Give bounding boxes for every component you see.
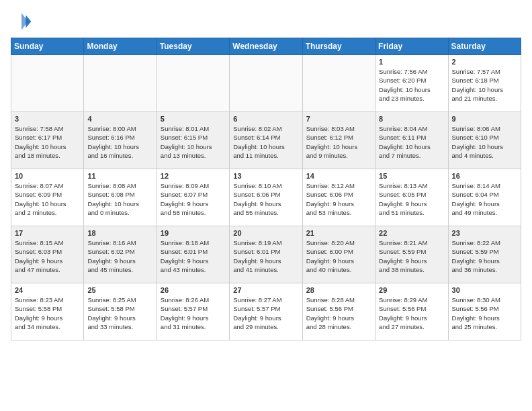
day-info: Sunrise: 8:28 AM Sunset: 5:56 PM Dayligh…: [306, 295, 371, 331]
day-info: Sunrise: 8:29 AM Sunset: 5:56 PM Dayligh…: [379, 295, 444, 331]
day-info: Sunrise: 8:15 AM Sunset: 6:03 PM Dayligh…: [15, 238, 80, 274]
day-info: Sunrise: 8:23 AM Sunset: 5:58 PM Dayligh…: [15, 295, 80, 331]
day-number: 29: [379, 286, 444, 294]
calendar-day-cell: [11, 55, 84, 112]
day-number: 18: [87, 229, 152, 237]
day-info: Sunrise: 8:08 AM Sunset: 6:08 PM Dayligh…: [87, 181, 152, 217]
calendar-day-cell: 9Sunrise: 8:06 AM Sunset: 6:10 PM Daylig…: [448, 112, 521, 169]
logo-icon: [11, 11, 32, 32]
calendar-day-cell: [84, 55, 157, 112]
calendar-day-cell: 10Sunrise: 8:07 AM Sunset: 6:09 PM Dayli…: [11, 169, 84, 226]
calendar-header-row: SundayMondayTuesdayWednesdayThursdayFrid…: [11, 38, 521, 55]
day-info: Sunrise: 7:56 AM Sunset: 6:20 PM Dayligh…: [379, 67, 444, 103]
day-number: 14: [306, 172, 371, 180]
calendar-day-cell: 21Sunrise: 8:20 AM Sunset: 6:00 PM Dayli…: [302, 226, 375, 283]
weekday-header: Saturday: [448, 38, 521, 55]
calendar-day-cell: 16Sunrise: 8:14 AM Sunset: 6:04 PM Dayli…: [448, 169, 521, 226]
day-number: 16: [452, 172, 517, 180]
calendar-day-cell: 11Sunrise: 8:08 AM Sunset: 6:08 PM Dayli…: [84, 169, 157, 226]
day-number: 10: [15, 172, 80, 180]
day-info: Sunrise: 8:03 AM Sunset: 6:12 PM Dayligh…: [306, 124, 371, 160]
day-number: 13: [233, 172, 298, 180]
day-number: 25: [87, 286, 152, 294]
day-info: Sunrise: 8:21 AM Sunset: 5:59 PM Dayligh…: [379, 238, 444, 274]
day-number: 8: [379, 115, 444, 123]
calendar-week-row: 10Sunrise: 8:07 AM Sunset: 6:09 PM Dayli…: [11, 169, 521, 226]
calendar-day-cell: 27Sunrise: 8:27 AM Sunset: 5:57 PM Dayli…: [230, 283, 302, 340]
day-number: 2: [452, 58, 517, 66]
day-number: 15: [379, 172, 444, 180]
calendar: SundayMondayTuesdayWednesdayThursdayFrid…: [11, 38, 521, 340]
calendar-day-cell: 18Sunrise: 8:16 AM Sunset: 6:02 PM Dayli…: [84, 226, 157, 283]
day-number: 30: [452, 286, 517, 294]
weekday-header: Friday: [375, 38, 448, 55]
day-number: 3: [15, 115, 80, 123]
calendar-day-cell: 7Sunrise: 8:03 AM Sunset: 6:12 PM Daylig…: [302, 112, 375, 169]
day-info: Sunrise: 8:14 AM Sunset: 6:04 PM Dayligh…: [452, 181, 517, 217]
day-info: Sunrise: 8:06 AM Sunset: 6:10 PM Dayligh…: [452, 124, 517, 160]
day-number: 28: [306, 286, 371, 294]
day-info: Sunrise: 7:58 AM Sunset: 6:17 PM Dayligh…: [15, 124, 80, 160]
weekday-header: Tuesday: [157, 38, 229, 55]
day-info: Sunrise: 8:04 AM Sunset: 6:11 PM Dayligh…: [379, 124, 444, 160]
day-info: Sunrise: 8:13 AM Sunset: 6:05 PM Dayligh…: [379, 181, 444, 217]
calendar-day-cell: 30Sunrise: 8:30 AM Sunset: 5:56 PM Dayli…: [448, 283, 521, 340]
day-number: 21: [306, 229, 371, 237]
weekday-header: Monday: [84, 38, 157, 55]
calendar-day-cell: [230, 55, 302, 112]
day-number: 5: [161, 115, 226, 123]
calendar-day-cell: 14Sunrise: 8:12 AM Sunset: 6:06 PM Dayli…: [302, 169, 375, 226]
svg-marker-1: [21, 13, 28, 30]
calendar-day-cell: 29Sunrise: 8:29 AM Sunset: 5:56 PM Dayli…: [375, 283, 448, 340]
header: [11, 11, 521, 32]
calendar-day-cell: 20Sunrise: 8:19 AM Sunset: 6:01 PM Dayli…: [230, 226, 302, 283]
day-number: 4: [87, 115, 152, 123]
day-info: Sunrise: 8:01 AM Sunset: 6:15 PM Dayligh…: [161, 124, 226, 160]
calendar-week-row: 1Sunrise: 7:56 AM Sunset: 6:20 PM Daylig…: [11, 55, 521, 112]
calendar-day-cell: 17Sunrise: 8:15 AM Sunset: 6:03 PM Dayli…: [11, 226, 84, 283]
calendar-day-cell: [157, 55, 229, 112]
day-info: Sunrise: 8:30 AM Sunset: 5:56 PM Dayligh…: [452, 295, 517, 331]
weekday-header: Wednesday: [230, 38, 302, 55]
calendar-day-cell: 25Sunrise: 8:25 AM Sunset: 5:58 PM Dayli…: [84, 283, 157, 340]
day-info: Sunrise: 8:12 AM Sunset: 6:06 PM Dayligh…: [306, 181, 371, 217]
day-info: Sunrise: 8:16 AM Sunset: 6:02 PM Dayligh…: [87, 238, 152, 274]
day-number: 19: [161, 229, 226, 237]
weekday-header: Thursday: [302, 38, 375, 55]
calendar-week-row: 24Sunrise: 8:23 AM Sunset: 5:58 PM Dayli…: [11, 283, 521, 340]
calendar-day-cell: 1Sunrise: 7:56 AM Sunset: 6:20 PM Daylig…: [375, 55, 448, 112]
day-info: Sunrise: 8:19 AM Sunset: 6:01 PM Dayligh…: [233, 238, 298, 274]
day-number: 9: [452, 115, 517, 123]
day-number: 6: [233, 115, 298, 123]
day-info: Sunrise: 8:00 AM Sunset: 6:16 PM Dayligh…: [87, 124, 152, 160]
weekday-header: Sunday: [11, 38, 84, 55]
day-info: Sunrise: 8:22 AM Sunset: 5:59 PM Dayligh…: [452, 238, 517, 274]
day-number: 7: [306, 115, 371, 123]
day-info: Sunrise: 8:18 AM Sunset: 6:01 PM Dayligh…: [161, 238, 226, 274]
calendar-day-cell: 6Sunrise: 8:02 AM Sunset: 6:14 PM Daylig…: [230, 112, 302, 169]
calendar-day-cell: 12Sunrise: 8:09 AM Sunset: 6:07 PM Dayli…: [157, 169, 229, 226]
day-info: Sunrise: 8:09 AM Sunset: 6:07 PM Dayligh…: [161, 181, 226, 217]
calendar-day-cell: [302, 55, 375, 112]
day-info: Sunrise: 8:02 AM Sunset: 6:14 PM Dayligh…: [233, 124, 298, 160]
calendar-day-cell: 2Sunrise: 7:57 AM Sunset: 6:18 PM Daylig…: [448, 55, 521, 112]
calendar-day-cell: 26Sunrise: 8:26 AM Sunset: 5:57 PM Dayli…: [157, 283, 229, 340]
calendar-day-cell: 22Sunrise: 8:21 AM Sunset: 5:59 PM Dayli…: [375, 226, 448, 283]
day-number: 23: [452, 229, 517, 237]
calendar-day-cell: 8Sunrise: 8:04 AM Sunset: 6:11 PM Daylig…: [375, 112, 448, 169]
day-number: 26: [161, 286, 226, 294]
day-info: Sunrise: 7:57 AM Sunset: 6:18 PM Dayligh…: [452, 67, 517, 103]
page: SundayMondayTuesdayWednesdayThursdayFrid…: [0, 0, 532, 351]
day-number: 11: [87, 172, 152, 180]
calendar-day-cell: 15Sunrise: 8:13 AM Sunset: 6:05 PM Dayli…: [375, 169, 448, 226]
day-info: Sunrise: 8:20 AM Sunset: 6:00 PM Dayligh…: [306, 238, 371, 274]
day-info: Sunrise: 8:27 AM Sunset: 5:57 PM Dayligh…: [233, 295, 298, 331]
day-number: 27: [233, 286, 298, 294]
calendar-week-row: 17Sunrise: 8:15 AM Sunset: 6:03 PM Dayli…: [11, 226, 521, 283]
day-number: 1: [379, 58, 444, 66]
day-number: 17: [15, 229, 80, 237]
day-info: Sunrise: 8:07 AM Sunset: 6:09 PM Dayligh…: [15, 181, 80, 217]
calendar-day-cell: 19Sunrise: 8:18 AM Sunset: 6:01 PM Dayli…: [157, 226, 229, 283]
day-number: 22: [379, 229, 444, 237]
day-info: Sunrise: 8:26 AM Sunset: 5:57 PM Dayligh…: [161, 295, 226, 331]
